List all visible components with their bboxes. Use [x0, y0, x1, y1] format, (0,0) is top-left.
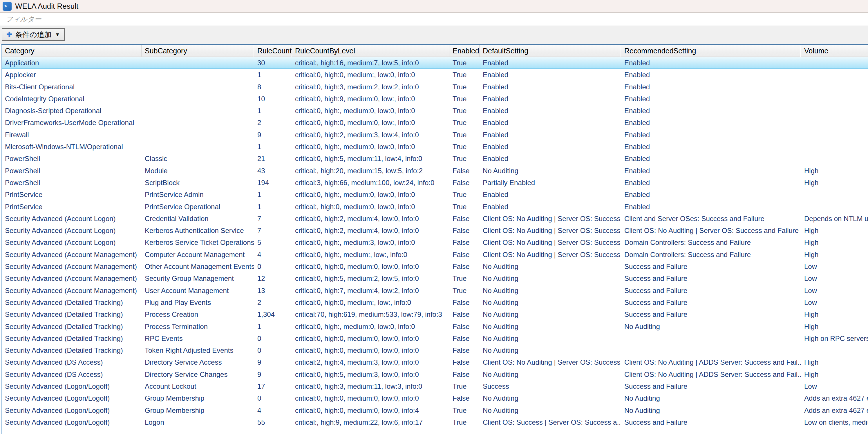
cell-subcategory: Kerberos Service Ticket Operations [142, 237, 254, 248]
cell-enabled: True [450, 189, 479, 200]
cell-volume: Low [801, 285, 868, 297]
cell-rulecountbylevel: critical:0, high:5, medium:2, low:5, inf… [292, 272, 450, 284]
table-row[interactable]: PrintServicePrintService Operational1cri… [2, 201, 868, 213]
cell-rulecountbylevel: critical:0, high:2, medium:4, low:0, inf… [292, 224, 450, 237]
cell-defaultsetting: Enabled [479, 201, 621, 213]
table-row[interactable]: Applocker1critical:0, high:0, medium:, l… [2, 69, 868, 81]
column-header-category[interactable]: Category [2, 45, 142, 57]
cell-rulecountbylevel: critical:0, high:3, medium:2, low:2, inf… [292, 81, 450, 93]
cell-defaultsetting: Client OS: No Auditing | Server OS: Succ… [479, 213, 621, 224]
column-header-rulecount[interactable]: RuleCount [254, 45, 292, 57]
cell-category: PowerShell [2, 153, 142, 164]
table-row[interactable]: Security Advanced (Detailed Tracking)Pro… [2, 320, 868, 333]
table-row[interactable]: Microsoft-Windows-NTLM/Operational1criti… [2, 141, 868, 153]
cell-subcategory: Security Group Management [142, 272, 254, 284]
cell-enabled: False [450, 297, 479, 308]
cell-volume [801, 201, 868, 213]
cell-defaultsetting: Enabled [479, 117, 621, 128]
cell-enabled: True [450, 105, 479, 117]
cell-category: Bits-Client Operational [2, 81, 142, 93]
cell-rulecount: 8 [254, 81, 292, 93]
table-row[interactable]: PowerShellModule43critical:, high:20, me… [2, 165, 868, 177]
cell-volume [801, 93, 868, 105]
cell-rulecountbylevel: critical:0, high:0, medium:, low:, info:… [292, 297, 450, 308]
table-row-selected[interactable]: Application30critical:, high:16, medium:… [2, 57, 868, 69]
cell-recommendedsetting: Enabled [621, 81, 801, 93]
cell-defaultsetting: Enabled [479, 141, 621, 153]
cell-rulecountbylevel: critical:0, high:0, medium:0, low:, info… [292, 117, 450, 128]
table-row[interactable]: Security Advanced (Logon/Logoff)Account … [2, 380, 868, 392]
cell-enabled: True [450, 69, 479, 81]
column-header-defaultsetting[interactable]: DefaultSetting [479, 45, 621, 57]
table-row[interactable]: Security Advanced (Logon/Logoff)Group Me… [2, 392, 868, 404]
table-row[interactable]: Security Advanced (Account Management)Co… [2, 249, 868, 260]
cell-category: Security Advanced (Logon/Logoff) [2, 404, 142, 416]
title-bar: >_ WELA Audit Result [0, 0, 868, 13]
cell-rulecount: 30 [254, 57, 292, 69]
cell-subcategory: Account Lockout [142, 380, 254, 392]
cell-category: DriverFrameworks-UserMode Operational [2, 117, 142, 128]
table-row[interactable]: Security Advanced (DS Access)Directory S… [2, 356, 868, 368]
column-header-enabled[interactable]: Enabled [450, 45, 479, 57]
grid-header-row: CategorySubCategoryRuleCountRuleCountByL… [2, 45, 868, 57]
cell-volume: High [801, 368, 868, 380]
cell-defaultsetting: Enabled [479, 57, 621, 69]
cell-recommendedsetting: Enabled [621, 93, 801, 105]
column-header-subcategory[interactable]: SubCategory [142, 45, 254, 57]
table-row[interactable]: Diagnosis-Scripted Operational1critical:… [2, 105, 868, 117]
table-row[interactable]: Security Advanced (Detailed Tracking)RPC… [2, 333, 868, 344]
cell-volume: Low [801, 272, 868, 284]
table-row[interactable]: Security Advanced (DS Access)Directory S… [2, 368, 868, 380]
cell-recommendedsetting: Success and Failure [621, 272, 801, 284]
cell-rulecountbylevel: critical:0, high:, medium:0, low:0, info… [292, 105, 450, 117]
cell-defaultsetting: Enabled [479, 105, 621, 117]
cell-rulecountbylevel: critical:0, high:5, medium:3, low:0, inf… [292, 368, 450, 380]
cell-rulecount: 2 [254, 117, 292, 128]
cell-enabled: True [450, 404, 479, 416]
cell-defaultsetting: Success [479, 380, 621, 392]
column-header-volume[interactable]: Volume [801, 45, 868, 57]
table-row[interactable]: CodeIntegrity Operational10critical:0, h… [2, 93, 868, 105]
table-row[interactable]: Security Advanced (Account Logon)Kerbero… [2, 237, 868, 248]
table-row[interactable]: Security Advanced (Detailed Tracking)Pro… [2, 308, 868, 320]
cell-rulecountbylevel: critical:0, high:, medium:0, low:0, info… [292, 141, 450, 153]
table-row[interactable]: PrintServicePrintService Admin1critical:… [2, 189, 868, 200]
cell-rulecount: 9 [254, 129, 292, 141]
table-row[interactable]: Security Advanced (Detailed Tracking)Plu… [2, 297, 868, 308]
cell-subcategory: Classic [142, 153, 254, 164]
criteria-bar: ✚ 条件の追加 ▼ [0, 26, 868, 44]
table-row[interactable]: Bits-Client Operational8critical:0, high… [2, 81, 868, 93]
column-header-recommendedsetting[interactable]: RecommendedSetting [621, 45, 801, 57]
table-row[interactable]: Security Advanced (Detailed Tracking)Tok… [2, 344, 868, 356]
cell-rulecountbylevel: critical:0, high:0, medium:0, low:0, inf… [292, 392, 450, 404]
cell-volume [801, 344, 868, 356]
table-row[interactable]: Security Advanced (Account Logon)Kerbero… [2, 224, 868, 237]
cell-recommendedsetting: Success and Failure [621, 260, 801, 272]
table-row[interactable]: Security Advanced (Logon/Logoff)Group Me… [2, 404, 868, 416]
filter-input[interactable] [2, 14, 866, 24]
cell-volume: Low [801, 297, 868, 308]
table-row[interactable]: PowerShellScriptBlock194critical:3, high… [2, 177, 868, 189]
cell-category: Application [2, 57, 142, 69]
add-criteria-button[interactable]: ✚ 条件の追加 ▼ [2, 28, 65, 41]
table-row[interactable]: Security Advanced (Account Logon)Credent… [2, 213, 868, 224]
cell-enabled: False [450, 224, 479, 237]
table-row[interactable]: PowerShellClassic21critical:0, high:5, m… [2, 153, 868, 164]
cell-rulecountbylevel: critical:0, high:, medium:3, low:0, info… [292, 237, 450, 248]
cell-recommendedsetting: Enabled [621, 201, 801, 213]
cell-rulecount: 55 [254, 416, 292, 428]
cell-enabled: False [450, 213, 479, 224]
cell-subcategory [142, 93, 254, 105]
table-row[interactable]: Security Advanced (Account Management)Us… [2, 285, 868, 297]
table-row[interactable]: Security Advanced (Logon/Logoff)Logon55c… [2, 416, 868, 428]
cell-rulecountbylevel: critical:0, high:0, medium:0, low:0, inf… [292, 333, 450, 344]
table-row[interactable]: DriverFrameworks-UserMode Operational2cr… [2, 117, 868, 128]
table-row[interactable]: Security Advanced (Account Management)Se… [2, 272, 868, 284]
cell-rulecount: 10 [254, 93, 292, 105]
column-header-rulecountbylevel[interactable]: RuleCountByLevel [292, 45, 450, 57]
cell-enabled: True [450, 141, 479, 153]
table-row[interactable]: Security Advanced (Account Management)Ot… [2, 260, 868, 272]
cell-category: Security Advanced (Detailed Tracking) [2, 308, 142, 320]
table-row[interactable]: Firewall9critical:0, high:2, medium:3, l… [2, 129, 868, 141]
cell-recommendedsetting: Enabled [621, 69, 801, 81]
